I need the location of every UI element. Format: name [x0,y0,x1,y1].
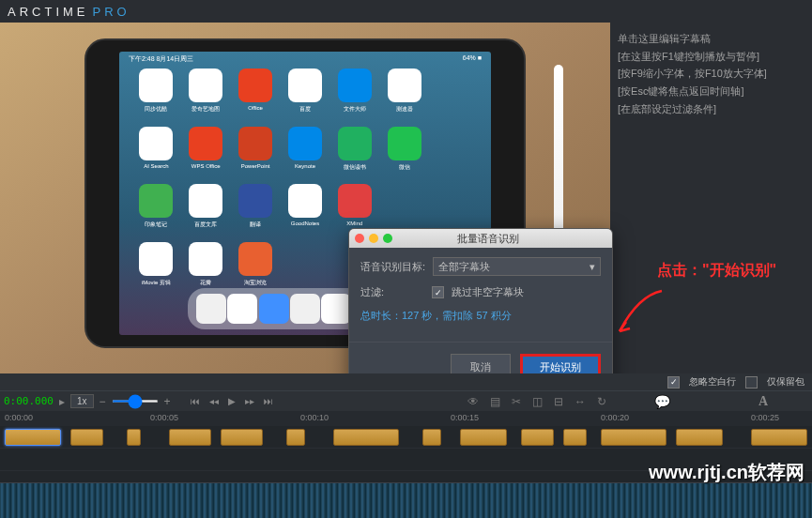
skip-fwd-icon[interactable]: ⏭ [264,396,273,406]
ipad-app [431,127,477,179]
annotation-arrow-icon [615,286,666,338]
ignore-blank-checkbox[interactable]: ✓ [667,376,680,388]
ipad-app: 淘宝浏览 [233,242,279,295]
ipad-app: 爱奇艺地图 [183,69,229,121]
subtitle-clip[interactable] [286,429,305,446]
comment-tab-icon[interactable]: 💬 [654,394,670,409]
ipad-status-right: 64% ■ [463,54,482,61]
ipad-app: 微信读书 [331,127,377,179]
logo-text-b: PRO [93,5,130,19]
ipad-app: WPS Office [183,127,229,179]
subtitle-clip[interactable] [333,429,399,446]
ipad-app: Office [233,69,279,121]
subtitle-clip[interactable] [751,429,807,446]
subtitle-clip[interactable] [169,429,211,446]
zoom-select[interactable]: 1x [70,394,94,408]
chevron-down-icon: ▾ [590,261,595,273]
close-icon[interactable] [355,234,364,243]
dock-app [321,294,351,324]
ipad-app: 文件大师 [331,69,377,121]
ipad-app: 翻译 [233,184,279,236]
ruler-mark: 0:00:25 [751,413,779,422]
ruler-mark: 0:00:05 [150,413,178,422]
ipad-app: PowerPoint [233,127,279,179]
play-button-icon[interactable]: ▶ [228,396,236,406]
hint-line: [在底部设定过滤条件] [618,100,804,118]
dock-app [227,294,257,324]
zoom-out-icon[interactable]: − [100,395,106,408]
ipad-app: 印象笔记 [133,184,179,236]
apple-pencil [554,65,563,243]
ipad-app [431,69,477,121]
subtitle-clip[interactable] [221,429,263,446]
ipad-app: 花瓣 [183,242,229,295]
refresh-icon[interactable]: ↻ [597,395,606,408]
eye-icon[interactable]: 👁 [467,395,479,408]
hint-line: [在这里按F1键控制播放与暂停] [618,48,804,66]
keep-package-checkbox[interactable] [745,376,758,388]
subtitle-clip[interactable] [521,429,554,446]
ruler-mark: 0:00:00 [5,413,33,422]
ignore-blank-label: 忽略空白行 [689,375,736,388]
batch-speech-dialog: 批量语音识别 语音识别目标: 全部字幕块 ▾ 过滤: ✓ 跳过非空字幕块 总时长… [348,228,613,393]
ipad-app: iMovie 剪辑 [133,242,179,295]
zoom-in-icon[interactable]: + [164,395,171,408]
watermark: www.rjtj.cn软荐网 [649,460,804,485]
ipad-app: AI Search [133,127,179,179]
hint-line: 单击这里编辑字幕稿 [618,30,804,48]
ipad-app: 百度文库 [183,184,229,236]
crop-icon[interactable]: ✂ [512,395,521,408]
subtitle-clip[interactable] [563,429,587,446]
zoom-slider[interactable] [112,400,159,403]
select-value: 全部字幕块 [438,260,490,274]
subtitle-clip[interactable] [5,429,61,446]
keep-package-label: 仅保留包 [767,375,804,388]
font-tab-icon[interactable]: A [758,394,768,409]
dock-app [196,294,226,324]
play-icon[interactable]: ▸ [59,395,65,408]
ipad-app: GoodNotes [283,184,329,236]
filter-icon[interactable]: ▤ [490,395,500,408]
subtitle-track[interactable] [0,426,812,449]
dock-app [259,294,289,324]
hint-line: [按Esc键将焦点返回时间轴] [618,83,804,100]
step-fwd-icon[interactable]: ▸▸ [245,396,254,406]
ipad-app: Keynote [283,127,329,179]
side-tabs: 💬 A [610,390,812,411]
timeline-ruler[interactable]: 0:00:00 0:00:05 0:00:10 0:00:15 0:00:20 … [0,411,812,426]
title-bar: ARCTIME PRO [0,0,812,23]
dialog-title: 批量语音识别 [369,232,606,246]
filter-label: 过滤: [360,285,424,299]
skip-empty-checkbox[interactable]: ✓ [432,286,444,298]
subtitle-clip[interactable] [676,429,723,446]
subtitle-clip[interactable] [127,429,141,446]
subtitle-clip[interactable] [601,429,666,446]
ipad-app: 同步优酷 [133,69,179,121]
logo-text-a: ARCTIME [8,5,89,19]
ruler-mark: 0:00:10 [300,413,329,422]
ipad-app: 百度 [283,69,329,121]
ipad-status-left: 下午2:48 8月14日周三 [129,54,193,64]
audio-waveform-track[interactable] [0,482,812,518]
target-label: 语音识别目标: [360,260,425,274]
hint-line: [按F9缩小字体，按F10放大字体] [618,65,804,83]
ipad-app: 测速器 [381,69,427,121]
app-logo: ARCTIME PRO [8,5,130,19]
duration-info: 总时长：127 秒，需扣除 57 积分 [360,309,512,323]
ipad-app: 微信 [381,127,427,179]
target-select[interactable]: 全部字幕块 ▾ [433,257,601,276]
dialog-titlebar[interactable]: 批量语音识别 [349,229,612,248]
cut-icon[interactable]: ⊟ [554,395,563,408]
subtitle-clip[interactable] [460,429,507,446]
subtitle-clip[interactable] [422,429,441,446]
tool-icon[interactable]: ◫ [532,395,543,408]
ruler-mark: 0:00:20 [601,413,629,422]
ruler-mark: 0:00:15 [451,413,479,422]
subtitle-clip[interactable] [70,429,103,446]
skip-empty-label: 跳过非空字幕块 [452,285,524,299]
step-back-icon[interactable]: ◂◂ [209,396,219,406]
skip-back-icon[interactable]: ⏮ [191,396,200,406]
link-icon[interactable]: ↔ [575,395,586,408]
annotation-text: 点击："开始识别" [657,261,776,281]
dock-app [290,294,320,324]
